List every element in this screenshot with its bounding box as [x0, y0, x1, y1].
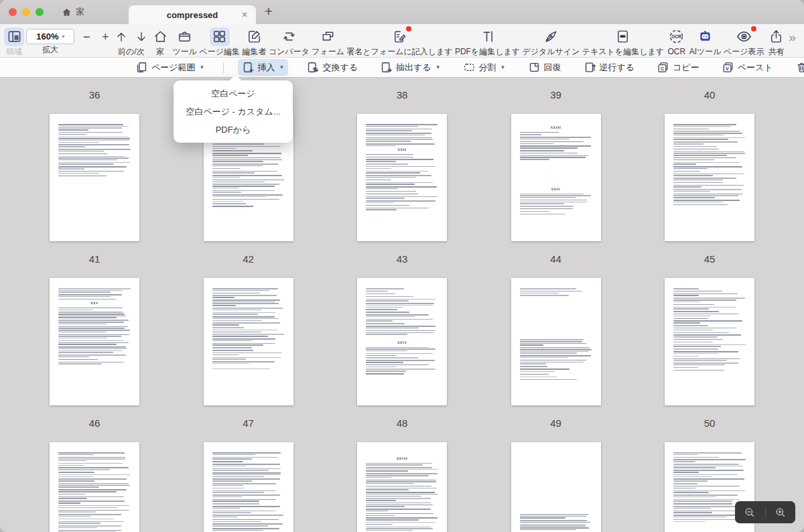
app-window: 家 compressed ✕ + 領域 160% ▾ 拡大 — [0, 0, 804, 532]
paste-button[interactable]: V ペースト — [718, 59, 777, 76]
page-range-button[interactable]: ページ範囲 ▼ — [131, 59, 209, 76]
swap-label: 交換する — [322, 62, 358, 74]
tools-label: ツール — [172, 48, 197, 56]
page-grid-icon — [210, 27, 230, 46]
page-preview: XXVI — [357, 278, 447, 405]
recover-icon — [528, 61, 541, 74]
home-button[interactable]: 家 — [150, 27, 170, 56]
zoom-group: 160% ▾ 拡大 − + — [26, 27, 112, 56]
sign-form-button[interactable]: 署名とフォームに記入します — [346, 27, 452, 56]
page-thumbnail-49[interactable] — [511, 442, 601, 532]
tab-close-icon[interactable]: ✕ — [239, 9, 250, 20]
page-preview — [665, 278, 754, 405]
menu-item-from-pdf[interactable]: PDFから — [174, 121, 293, 139]
copy-button[interactable]: C コピー — [653, 59, 704, 76]
ai-tools-button[interactable]: AIツール — [689, 27, 722, 56]
page-thumbnail-40[interactable] — [665, 114, 754, 241]
page-thumbnail-48[interactable]: XXVII — [357, 442, 447, 532]
next-page-button[interactable] — [135, 30, 148, 44]
page-extract-icon — [380, 61, 393, 74]
page-cell: 36 — [50, 89, 139, 241]
ocr-button[interactable]: OCR OCR — [666, 27, 687, 56]
edit-pdf-button[interactable]: PDFを編集します — [455, 27, 520, 56]
recover-button[interactable]: 回復 — [524, 59, 565, 76]
page-preview — [50, 114, 139, 241]
editor-button[interactable]: 編集者 — [242, 27, 266, 56]
page-thumbnail-44[interactable] — [511, 278, 601, 405]
toolbar-overflow-button[interactable]: » — [789, 30, 797, 53]
form-label: フォーム — [312, 48, 344, 56]
page-view-button[interactable]: ページ表示 — [724, 27, 764, 56]
page-number: 48 — [397, 417, 408, 429]
reverse-button[interactable]: 逆行する — [580, 59, 639, 76]
page-thumbnail-38[interactable]: XXII — [357, 114, 447, 241]
canvas-zoom-out-button[interactable] — [735, 501, 765, 523]
page-preview — [50, 442, 139, 532]
chevron-down-icon: ▼ — [200, 64, 205, 70]
page-stack-icon — [135, 61, 148, 74]
digital-sign-button[interactable]: デジタルサイン — [522, 27, 580, 56]
prev-next-group: 前の/次 — [115, 27, 148, 56]
page-edit-button[interactable]: ページ編集 — [199, 27, 240, 56]
page-cell: 45 — [665, 253, 754, 405]
tools-button[interactable]: ツール — [172, 27, 197, 56]
page-number: 40 — [704, 89, 716, 101]
page-number: 47 — [243, 417, 254, 429]
recover-label: 回復 — [544, 62, 561, 74]
previous-page-button[interactable] — [115, 30, 128, 44]
converter-button[interactable]: コンバータ — [269, 27, 310, 56]
ocr-label: OCR — [668, 48, 686, 56]
share-icon — [766, 27, 787, 46]
page-cell: 49 — [511, 417, 601, 532]
extract-label: 抽出する — [396, 62, 431, 74]
prev-next-label: 前の/次 — [118, 48, 145, 56]
page-thumbnail-47[interactable] — [204, 442, 293, 532]
edit-text-button[interactable]: テキストを編集します — [582, 27, 664, 56]
page-thumbnail-46[interactable] — [50, 442, 139, 532]
home-tab[interactable]: 家 — [62, 6, 84, 18]
region-panel-button[interactable]: 領域 — [4, 27, 24, 56]
extract-button[interactable]: 抽出する ▼ — [376, 59, 445, 76]
reverse-label: 逆行する — [600, 62, 635, 74]
page-edit-ribbon: ページ範囲 ▼ 挿入 ▼ 交換する 抽出する ▼ — [0, 58, 804, 78]
home-icon — [62, 7, 72, 17]
new-tab-button[interactable]: + — [260, 2, 277, 21]
minimize-window-button[interactable] — [22, 8, 30, 16]
insert-button[interactable]: 挿入 ▼ — [238, 59, 289, 76]
menu-item-blank-page[interactable]: 空白ページ — [174, 84, 293, 103]
zoom-out-button[interactable]: − — [80, 28, 93, 47]
page-thumbnail-36[interactable] — [50, 114, 139, 241]
page-preview — [511, 442, 601, 532]
close-window-button[interactable] — [9, 8, 17, 16]
svg-text:OCR: OCR — [672, 34, 682, 39]
menu-item-blank-page-custom[interactable]: 空白ページ - カスタム... — [174, 103, 293, 121]
thumbnail-row-2: 41XXV4243XXVI4445 — [0, 253, 804, 405]
canvas-zoom-in-button[interactable] — [766, 501, 796, 523]
page-preview — [665, 114, 754, 241]
document-tab[interactable]: compressed ✕ — [129, 5, 256, 24]
split-button[interactable]: 分割 ▼ — [459, 59, 510, 76]
chevron-down-icon: ▼ — [500, 64, 506, 70]
split-label: 分割 — [479, 62, 496, 74]
form-button[interactable]: フォーム — [312, 27, 344, 56]
maximize-window-button[interactable] — [36, 8, 44, 16]
delete-button[interactable]: 削除 — [791, 59, 804, 76]
swap-button[interactable]: 交換する — [302, 59, 362, 76]
ocr-icon: OCR — [666, 27, 687, 46]
page-thumbnail-45[interactable] — [665, 278, 754, 405]
paste-label: ペースト — [738, 62, 773, 74]
page-thumbnail-43[interactable]: XXVI — [357, 278, 447, 405]
form-icon — [318, 27, 338, 46]
copy-label: コピー — [673, 62, 699, 74]
page-thumbnail-39[interactable]: XXIIIXXIV — [511, 114, 601, 241]
zoom-label: 拡大 — [42, 44, 58, 56]
zoom-in-button[interactable]: + — [98, 28, 112, 47]
page-thumbnail-41[interactable]: XXV — [50, 278, 139, 405]
page-edit-label: ページ編集 — [199, 48, 240, 56]
share-button[interactable]: 共有 — [766, 27, 787, 56]
page-preview — [204, 442, 293, 532]
insert-dropdown-menu: 空白ページ 空白ページ - カスタム... PDFから — [174, 80, 293, 143]
page-number: 38 — [397, 89, 408, 101]
zoom-level-select[interactable]: 160% ▾ — [26, 29, 74, 44]
page-thumbnail-42[interactable] — [204, 278, 293, 405]
